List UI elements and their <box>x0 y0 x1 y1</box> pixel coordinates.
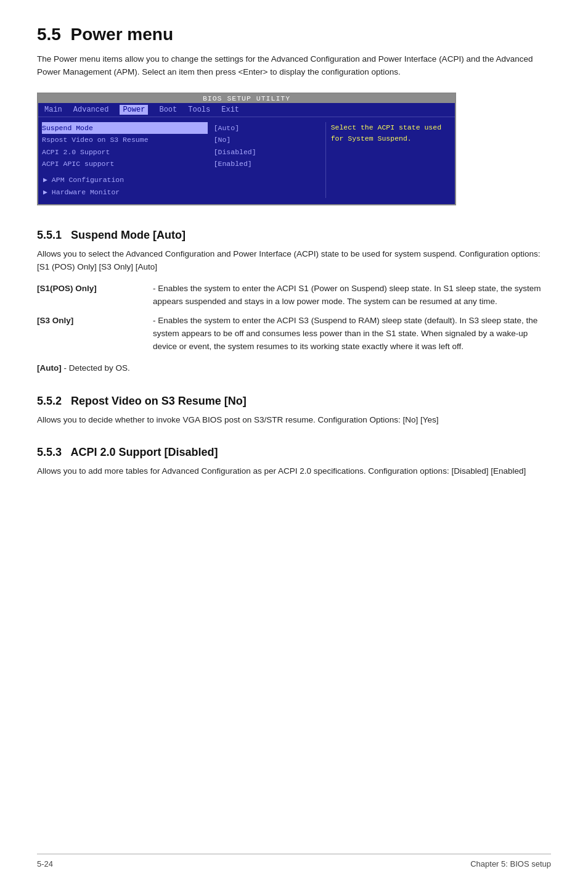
page-footer: 5-24 Chapter 5: BIOS setup <box>37 854 551 868</box>
footer-page-number: 5-24 <box>37 859 53 868</box>
bios-menu-bar: Main Advanced Power Boot Tools Exit <box>38 103 455 117</box>
auto-line: [Auto] - Detected by OS. <box>37 362 551 375</box>
bios-content-area: Suspend Mode Rspost Video on S3 Resume A… <box>38 117 455 204</box>
bios-left-panel: Suspend Mode Rspost Video on S3 Resume A… <box>42 122 208 198</box>
def-term-s3only: [S3 Only] <box>37 315 111 353</box>
subsection-552-title: 5.5.2 Repost Video on S3 Resume [No] <box>37 395 551 408</box>
def-item-s3only: [S3 Only] - Enables the system to enter … <box>37 315 551 353</box>
bios-menu-tools: Tools <box>188 105 210 114</box>
bios-title-bar: BIOS SETUP UTILITY <box>38 94 455 103</box>
footer-chapter: Chapter 5: BIOS setup <box>470 859 551 868</box>
def-item-s1pos: [S1(POS) Only] - Enables the system to e… <box>37 283 551 308</box>
page-title: 5.5 Power menu <box>37 25 551 44</box>
def-body-s3only: - Enables the system to enter the ACPI S… <box>116 315 551 353</box>
bios-item-suspend-mode: Suspend Mode <box>42 122 208 134</box>
bios-item-rspost-video: Rspost Video on S3 Resume <box>42 134 208 146</box>
definition-list-551: [S1(POS) Only] - Enables the system to e… <box>37 283 551 353</box>
bios-middle-panel: [Auto] [No] [Disabled] [Enabled] <box>214 122 319 198</box>
bios-val-enabled: [Enabled] <box>214 158 319 170</box>
bios-item-acpi-apic: ACPI APIC support <box>42 158 208 170</box>
bios-menu-boot: Boot <box>159 105 177 114</box>
subsection-552-description: Allows you to decide whether to invoke V… <box>37 414 551 427</box>
intro-paragraph: The Power menu items allow you to change… <box>37 53 551 79</box>
bios-menu-main: Main <box>44 105 62 114</box>
def-term-s1pos: [S1(POS) Only] <box>37 283 111 308</box>
bios-submenu-hwmon: Hardware Monitor <box>43 186 208 199</box>
bios-val-no: [No] <box>214 134 319 146</box>
bios-menu-power: Power <box>120 105 148 115</box>
def-body-s1pos: - Enables the system to enter the ACPI S… <box>116 283 551 308</box>
subsection-553-description: Allows you to add more tables for Advanc… <box>37 465 551 478</box>
bios-screenshot: BIOS SETUP UTILITY Main Advanced Power B… <box>37 93 456 205</box>
bios-item-acpi-20: ACPI 2.0 Support <box>42 146 208 159</box>
bios-help-panel: Select the ACPI state used for System Su… <box>325 122 451 198</box>
bios-submenu-apm: APM Configuration <box>43 174 208 186</box>
bios-menu-advanced: Advanced <box>73 105 109 114</box>
subsection-553-title: 5.5.3 ACPI 2.0 Support [Disabled] <box>37 446 551 459</box>
bios-menu-exit: Exit <box>221 105 239 114</box>
bios-val-disabled: [Disabled] <box>214 146 319 159</box>
subsection-551-description: Allows you to select the Advanced Config… <box>37 248 551 274</box>
subsection-551-title: 5.5.1 Suspend Mode [Auto] <box>37 229 551 242</box>
bios-val-auto: [Auto] <box>214 122 319 134</box>
auto-label: [Auto] <box>37 363 62 373</box>
